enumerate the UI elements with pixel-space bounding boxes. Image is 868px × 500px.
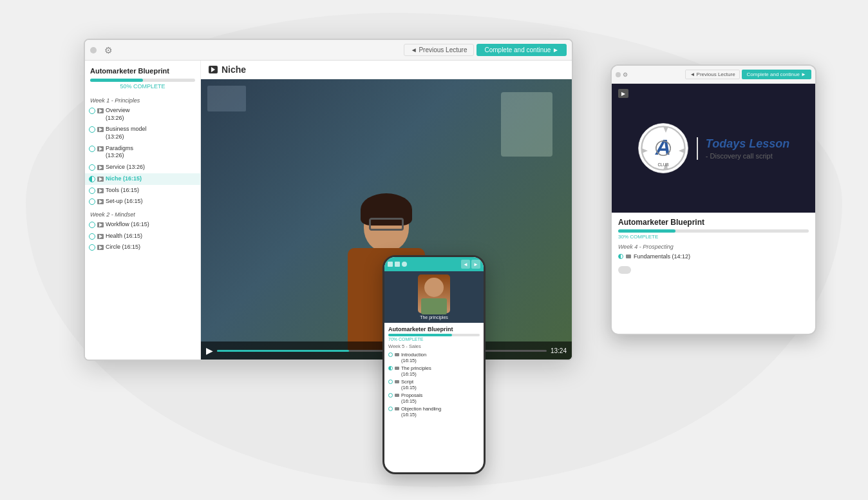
tablet-content: Automarketer Blueprint 30% COMPLETE Week… (612, 213, 815, 279)
item-video-health (97, 234, 104, 239)
phone-label-intro: Introduction(16:15) (401, 352, 426, 363)
laptop-screen: ⚙ ◄ Previous Lecture Complete and contin… (84, 39, 573, 361)
laptop-content: Automarketer Blueprint 50% COMPLETE Week… (85, 61, 572, 360)
phone-video-script (395, 380, 399, 383)
phone-label-proposals: Proposals(16:15) (401, 392, 422, 404)
sidebar-item-tools[interactable]: Tools (16:15) (85, 185, 200, 197)
tablet-complete-button[interactable]: Complete and continue ► (742, 70, 811, 79)
sidebar-item-service[interactable]: Service (13:26) (85, 162, 200, 173)
sidebar-item-niche[interactable]: Niche (16:15) (85, 173, 200, 185)
background-window (501, 92, 552, 157)
phone-label-principles: The principles(16:15) (401, 365, 431, 377)
svg-text:CLUB: CLUB (657, 162, 668, 167)
tablet-topbar: ⚙ ◄ Previous Lecture Complete and contin… (612, 66, 815, 84)
tablet-logo-area: A CLUB Todays Lesson - Discovery call sc… (612, 84, 815, 213)
tablet-prev-button[interactable]: ◄ Previous Lecture (685, 70, 739, 79)
phone-progress-fill (388, 334, 452, 336)
item-video-service (97, 165, 104, 170)
phone-course-title: Automarketer Blueprint (388, 326, 480, 332)
item-label-service: Service (13:26) (106, 164, 145, 171)
phone-progress-label: 70% COMPLETE (388, 337, 480, 341)
prev-lecture-button[interactable]: ◄ Previous Lecture (404, 44, 475, 56)
phone-video-content: The principles (418, 274, 450, 320)
tablet-gear-icon[interactable]: ⚙ (623, 72, 628, 78)
item-circle-overview (89, 108, 95, 114)
phone-video-thumbnail[interactable] (418, 274, 450, 313)
phone-item-introduction[interactable]: Introduction(16:15) (388, 351, 480, 364)
sidebar-item-workflow[interactable]: Workflow (16:15) (85, 219, 200, 231)
laptop-sidebar: Automarketer Blueprint 50% COMPLETE Week… (85, 61, 201, 360)
back-circle-btn[interactable] (90, 47, 97, 53)
sidebar-progress-container: 50% COMPLETE (85, 77, 200, 93)
sidebar-item-health[interactable]: Health (16:15) (85, 231, 200, 242)
tablet-item-fundamentals[interactable]: Fundamentals (14:12) (618, 252, 809, 261)
phone-icons (388, 262, 407, 267)
laptop-topbar-left: ⚙ (90, 45, 113, 55)
progress-bar-bg (90, 79, 195, 82)
lesson-title-area: Todays Lesson - Discovery call script (697, 137, 789, 160)
phone-item-principles[interactable]: The principles(16:15) (388, 364, 480, 378)
item-label-health: Health (16:15) (106, 233, 142, 240)
week1-section-header: Week 1 - Principles (85, 93, 200, 105)
phone-label-objection: Objection handling(16:15) (401, 406, 441, 418)
sidebar-item-paradigms[interactable]: Paradigms(13:26) (85, 143, 200, 162)
automarketer-logo-svg: A CLUB (637, 122, 689, 174)
item-circle-setup (89, 198, 95, 205)
phone-topbar: ◄ ► (384, 257, 484, 271)
tablet-progress-fill (618, 229, 675, 233)
phone-item-objection[interactable]: Objection handling(16:15) (388, 405, 480, 418)
item-label-tools: Tools (16:15) (106, 187, 139, 195)
sidebar-item-business-model[interactable]: Business model(13:26) (85, 124, 200, 142)
phone-content: Automarketer Blueprint 70% COMPLETE Week… (384, 323, 484, 421)
item-circle-circle (89, 244, 95, 251)
tablet-week4-section: Week 4 - Prospecting (618, 244, 809, 250)
phone-settings-icon[interactable] (402, 262, 407, 267)
progress-bar-fill (90, 79, 143, 82)
tablet-toggle[interactable] (618, 266, 631, 274)
phone-prev-arrow[interactable]: ◄ (461, 260, 470, 269)
item-label-niche: Niche (16:15) (106, 175, 142, 183)
phone-menu-icon[interactable] (388, 262, 393, 267)
tablet-progress-bg (618, 229, 809, 233)
tablet-course-title: Automarketer Blueprint (618, 218, 809, 227)
phone-next-arrow[interactable]: ► (471, 260, 480, 269)
phone-circle-principles (388, 366, 393, 370)
item-label-workflow: Workflow (16:15) (106, 221, 149, 229)
tablet-back-btn[interactable] (616, 72, 621, 77)
phone-week5-section: Week 5 - Sales (388, 343, 480, 349)
sidebar-item-overview[interactable]: Overview(13:26) (85, 105, 200, 124)
gear-icon[interactable]: ⚙ (104, 45, 113, 55)
discovery-script-text: - Discovery call script (706, 152, 789, 160)
video-time-display: 13:24 (551, 347, 567, 354)
item-circle-health (89, 233, 95, 240)
video-progress-fill (217, 350, 349, 352)
sidebar-item-circle[interactable]: Circle (16:15) (85, 242, 200, 253)
todays-lesson-title: Todays Lesson (706, 137, 789, 151)
person-glasses (369, 218, 404, 231)
video-title-icon (209, 66, 218, 73)
phone-list-icon[interactable] (395, 262, 400, 267)
phone-circle-script (388, 380, 393, 384)
item-label-overview: Overview(13:26) (106, 107, 130, 122)
video-title-bar: Niche (201, 61, 572, 79)
play-button[interactable]: ▶ (206, 345, 213, 356)
sidebar-item-setup[interactable]: Set-up (16:15) (85, 196, 200, 207)
phone-label-script: Script(16:15) (401, 379, 417, 390)
item-video-overview (97, 108, 104, 113)
item-circle-paradigms (89, 146, 95, 152)
phone-circle-intro (388, 352, 393, 357)
item-video-niche (97, 177, 104, 182)
progress-label: 50% COMPLETE (90, 83, 195, 90)
item-circle-workflow (89, 222, 95, 228)
tablet-video-area: ▶ A CLUB Todays Lesson - Discovery call … (612, 84, 815, 213)
phone-video-area: The principles (384, 271, 484, 323)
video-progress-bar[interactable] (217, 350, 547, 352)
phone-video-objection (395, 407, 399, 410)
phone-item-script[interactable]: Script(16:15) (388, 378, 480, 391)
phone-item-proposals[interactable]: Proposals(16:15) (388, 391, 480, 405)
laptop-topbar: ⚙ ◄ Previous Lecture Complete and contin… (85, 40, 572, 61)
phone-video-proposals (395, 394, 399, 397)
phone-circle-proposals (388, 393, 393, 398)
phone-thumb-head (424, 278, 444, 297)
complete-continue-button[interactable]: Complete and continue ► (476, 44, 567, 56)
